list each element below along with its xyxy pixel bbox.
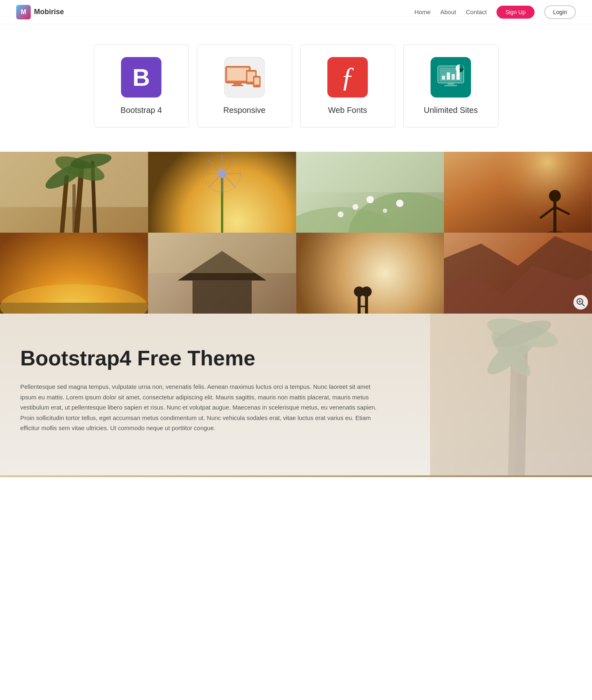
gallery-cell-4 [444, 152, 592, 233]
feature-card-webfonts: ƒ Web Fonts [300, 45, 395, 127]
svg-point-39 [218, 169, 227, 178]
svg-line-74 [582, 303, 584, 306]
nav-link-about[interactable]: About [440, 8, 456, 15]
svg-point-48 [396, 199, 403, 207]
unlimited-sites-svg [435, 61, 467, 93]
gallery-cell-6 [148, 233, 296, 314]
nav-brand-name: Mobirise [34, 8, 64, 16]
feature-card-responsive: Responsive [197, 45, 292, 127]
gallery-row-2 [0, 233, 592, 314]
gallery-section [0, 152, 592, 314]
feature-card-bootstrap: B Bootstrap 4 [94, 45, 189, 127]
unlimited-icon [431, 57, 471, 98]
svg-point-53 [549, 190, 561, 202]
bootstrap-icon: B [121, 57, 161, 98]
gallery-zoom-icon[interactable] [573, 295, 588, 310]
svg-rect-43 [296, 152, 444, 192]
svg-rect-12 [442, 76, 445, 80]
gallery-cell-7 [296, 233, 444, 314]
features-section: B Bootstrap 4 [0, 24, 592, 152]
webfonts-icon: ƒ [327, 57, 368, 98]
nav-logo-icon: M [16, 5, 31, 19]
svg-rect-62 [148, 233, 296, 273]
feature-title-bootstrap: Bootstrap 4 [121, 106, 162, 115]
svg-point-45 [366, 196, 373, 203]
svg-rect-17 [448, 83, 454, 85]
responsive-devices-svg [225, 62, 264, 92]
nav-links: Home About Contact Sign Up Login [414, 5, 576, 19]
nav-brand[interactable]: M Mobirise [16, 5, 64, 19]
feature-card-unlimited: Unlimited Sites [403, 45, 499, 127]
content-heading: Bootstrap4 Free Theme [20, 346, 303, 370]
feature-title-webfonts: Web Fonts [328, 106, 367, 115]
svg-point-68 [361, 286, 371, 297]
bottom-divider [0, 475, 592, 477]
svg-point-6 [250, 83, 252, 84]
svg-point-46 [382, 208, 387, 213]
bg-palm-svg [430, 314, 592, 475]
svg-point-47 [337, 212, 344, 218]
svg-rect-1 [227, 68, 249, 81]
responsive-icon [224, 57, 265, 98]
login-button[interactable]: Login [544, 5, 576, 19]
gallery-cell-1 [0, 152, 148, 233]
gallery-cell-5 [0, 233, 148, 314]
svg-rect-3 [231, 85, 243, 86]
content-paragraph: Pellentesque sed magna tempus, vulputate… [20, 382, 384, 433]
svg-line-78 [511, 354, 515, 475]
feature-title-responsive: Responsive [223, 106, 266, 115]
navbar: M Mobirise Home About Contact Sign Up Lo… [0, 0, 592, 24]
gallery-cell-3 [296, 152, 444, 233]
svg-rect-50 [444, 152, 592, 233]
svg-rect-13 [447, 72, 450, 80]
gallery-row-1 [0, 152, 592, 233]
svg-rect-60 [192, 280, 251, 314]
gallery-cell-8 [444, 233, 592, 314]
features-grid: B Bootstrap 4 [94, 45, 499, 127]
svg-point-44 [352, 204, 358, 210]
svg-rect-63 [296, 233, 444, 314]
feature-title-unlimited: Unlimited Sites [424, 106, 477, 115]
gallery-cell-2 [148, 152, 296, 233]
svg-rect-8 [255, 78, 259, 85]
nav-link-contact[interactable]: Contact [466, 8, 487, 15]
svg-point-9 [256, 86, 257, 87]
signup-button[interactable]: Sign Up [497, 6, 535, 19]
nav-link-home[interactable]: Home [414, 8, 431, 15]
svg-rect-18 [444, 85, 457, 86]
content-section: Bootstrap4 Free Theme Pellentesque sed m… [0, 314, 592, 475]
svg-rect-14 [452, 74, 455, 80]
svg-rect-2 [233, 83, 242, 85]
